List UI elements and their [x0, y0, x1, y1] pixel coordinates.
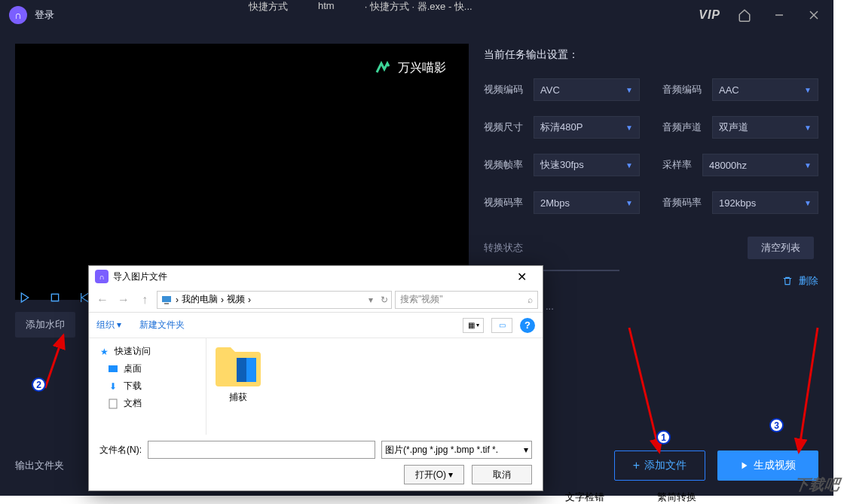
video-size-label: 视频尺寸 [484, 121, 523, 134]
path-dropdown-icon[interactable]: ▾ [368, 295, 373, 305]
output-folder-label: 输出文件夹 [15, 459, 64, 472]
login-link[interactable]: 登录 [35, 8, 54, 22]
sidebar-documents[interactable]: 文档 [92, 395, 203, 412]
play-button[interactable] [15, 288, 35, 307]
dialog-sidebar: ★ 快速访问 桌面 ⬇ 下载 文档 [89, 338, 206, 435]
file-open-dialog: ∩ 导入图片文件 ✕ ← → ↑ › 我的电脑 › 视频 › ▾ ↻ 搜索"视频… [88, 265, 543, 491]
sidebar-desktop[interactable]: 桌面 [92, 360, 203, 377]
download-icon: ⬇ [107, 380, 119, 393]
vip-badge[interactable]: VIP [699, 8, 720, 22]
svg-rect-8 [162, 296, 171, 302]
filename-label: 文件名(N): [99, 444, 142, 457]
chevron-down-icon: ▼ [804, 124, 812, 132]
stop-button[interactable] [45, 288, 65, 307]
refresh-icon[interactable]: ↻ [381, 295, 388, 305]
document-icon [107, 398, 119, 410]
nav-up-icon[interactable]: ↑ [136, 291, 154, 309]
svg-rect-10 [109, 365, 118, 372]
tab-2[interactable]: htm [318, 0, 335, 14]
chevron-down-icon: ▼ [625, 124, 633, 132]
video-codec-select[interactable]: AVC▼ [534, 78, 640, 101]
preview-pane-icon[interactable]: ▭ [491, 318, 512, 333]
trash-icon [782, 276, 793, 286]
sample-rate-select[interactable]: 48000hz▼ [702, 154, 818, 176]
audio-codec-label: 音频编码 [662, 83, 702, 96]
svg-rect-13 [237, 358, 246, 382]
chevron-down-icon: ▼ [804, 161, 812, 170]
tab-1[interactable]: 快捷方式 [249, 0, 288, 14]
folder-icon [214, 346, 262, 388]
audio-channel-label: 音频声道 [662, 121, 702, 134]
audio-bitrate-label: 音频码率 [662, 196, 702, 209]
path-seg-2[interactable]: 视频 [227, 293, 245, 306]
audio-channel-select[interactable]: 双声道▼ [712, 116, 818, 139]
minimize-button[interactable] [769, 5, 790, 26]
player-controls [15, 285, 95, 310]
filter-select[interactable]: 图片(*.png *.jpg *.bmp *.tif *.▾ [381, 441, 532, 459]
chevron-down-icon: ▼ [804, 199, 812, 207]
add-watermark-button[interactable]: 添加水印 [15, 312, 75, 338]
new-folder-button[interactable]: 新建文件夹 [139, 319, 185, 331]
settings-title: 当前任务输出设置： [484, 48, 818, 62]
chevron-down-icon: ▼ [625, 161, 633, 170]
home-icon[interactable] [734, 5, 755, 26]
desktop-icon [107, 363, 119, 375]
organize-menu[interactable]: 组织 ▾ [96, 319, 121, 331]
search-input[interactable]: 搜索"视频" ⌕ [395, 291, 538, 309]
svg-marker-7 [742, 463, 748, 469]
plus-icon: + [633, 459, 640, 472]
status-label: 转换状态 [484, 241, 523, 255]
help-icon[interactable]: ? [520, 318, 535, 333]
audio-codec-select[interactable]: AAC▼ [712, 78, 818, 101]
open-button[interactable]: 打开(O) ▾ [404, 465, 464, 484]
path-seg-1[interactable]: 我的电脑 [182, 293, 218, 306]
star-icon: ★ [98, 346, 110, 358]
ellipsis-text: ... [546, 301, 554, 312]
svg-rect-4 [51, 294, 58, 301]
monitor-icon [161, 294, 173, 306]
view-icon[interactable]: ▦▾ [463, 318, 484, 333]
clear-list-button[interactable]: 清空列表 [748, 237, 814, 259]
svg-rect-9 [164, 303, 169, 304]
chevron-down-icon: ▼ [625, 86, 633, 94]
annotation-circle-3: 3 [769, 418, 784, 432]
taskbar-tabs: 快捷方式 htm · 快捷方式 · 器.exe - 快... [249, 0, 472, 14]
chevron-down-icon: ▼ [625, 199, 633, 207]
footer-text: 文字检错 繁简转换 [565, 490, 696, 504]
svg-marker-3 [21, 293, 28, 302]
annotation-circle-1: 1 [656, 430, 671, 444]
sidebar-quick-access[interactable]: ★ 快速访问 [92, 343, 203, 360]
dialog-logo-icon: ∩ [95, 270, 109, 283]
tab-3[interactable]: · 快捷方式 · 器.exe - 快... [365, 0, 472, 14]
delete-button[interactable]: 删除 [782, 274, 818, 288]
audio-bitrate-select[interactable]: 192kbps▼ [712, 191, 818, 214]
svg-rect-11 [109, 399, 117, 408]
add-file-button[interactable]: + 添加文件 [614, 451, 705, 481]
dialog-title: 导入图片文件 [113, 270, 167, 283]
dialog-content[interactable]: 捕获 [206, 338, 543, 435]
nav-path[interactable]: › 我的电脑 › 视频 › ▾ ↻ [157, 291, 392, 309]
site-watermark: 下载吧 [793, 475, 841, 495]
video-fps-select[interactable]: 快速30fps▼ [534, 154, 640, 176]
chevron-down-icon: ▼ [804, 86, 812, 94]
search-icon: ⌕ [528, 295, 533, 305]
video-bitrate-label: 视频码率 [484, 196, 523, 209]
video-fps-label: 视频帧率 [484, 158, 523, 172]
video-codec-label: 视频编码 [484, 83, 523, 96]
video-size-select[interactable]: 标清480P▼ [534, 116, 640, 139]
folder-item[interactable]: 捕获 [214, 346, 262, 404]
close-button[interactable] [803, 5, 824, 26]
cancel-button[interactable]: 取消 [472, 465, 532, 484]
dialog-close-button[interactable]: ✕ [506, 268, 537, 285]
nav-back-icon[interactable]: ← [93, 291, 112, 309]
filename-input[interactable] [148, 441, 375, 459]
video-preview: 万兴喵影 [15, 44, 469, 300]
annotation-circle-2: 2 [32, 377, 46, 392]
sample-rate-label: 采样率 [662, 158, 692, 172]
settings-panel: 当前任务输出设置： 视频编码 AVC▼ 音频编码 AAC▼ 视频尺寸 标清480… [484, 44, 818, 300]
watermark-logo: 万兴喵影 [374, 59, 446, 77]
app-logo-icon: ∩ [9, 6, 27, 24]
nav-forward-icon[interactable]: → [115, 291, 133, 309]
video-bitrate-select[interactable]: 2Mbps▼ [534, 191, 640, 214]
sidebar-downloads[interactable]: ⬇ 下载 [92, 377, 203, 395]
